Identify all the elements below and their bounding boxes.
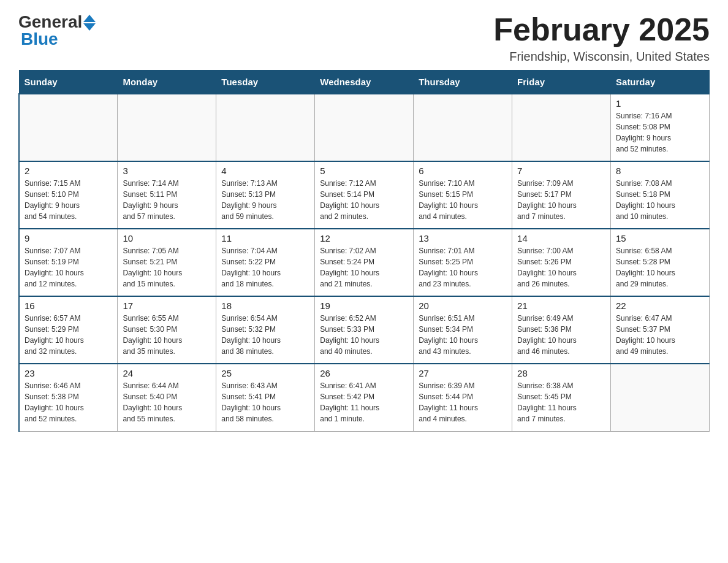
weekday-header-wednesday: Wednesday bbox=[315, 71, 414, 94]
weekday-header-monday: Monday bbox=[118, 71, 216, 94]
day-info: Sunrise: 7:00 AMSunset: 5:26 PMDaylight:… bbox=[517, 245, 605, 289]
day-info: Sunrise: 7:05 AMSunset: 5:21 PMDaylight:… bbox=[123, 245, 211, 289]
calendar-cell bbox=[611, 364, 710, 431]
day-info: Sunrise: 7:12 AMSunset: 5:14 PMDaylight:… bbox=[320, 178, 408, 222]
day-number: 24 bbox=[123, 368, 211, 378]
calendar-cell: 23Sunrise: 6:46 AMSunset: 5:38 PMDayligh… bbox=[19, 364, 118, 431]
day-number: 6 bbox=[419, 166, 507, 176]
day-info: Sunrise: 7:10 AMSunset: 5:15 PMDaylight:… bbox=[419, 178, 507, 222]
calendar-cell: 11Sunrise: 7:04 AMSunset: 5:22 PMDayligh… bbox=[216, 229, 315, 296]
day-info: Sunrise: 6:54 AMSunset: 5:32 PMDaylight:… bbox=[221, 313, 309, 357]
calendar-cell: 7Sunrise: 7:09 AMSunset: 5:17 PMDaylight… bbox=[512, 161, 611, 229]
calendar-cell: 18Sunrise: 6:54 AMSunset: 5:32 PMDayligh… bbox=[216, 296, 315, 364]
logo: General Blue bbox=[18, 12, 96, 49]
calendar-cell: 26Sunrise: 6:41 AMSunset: 5:42 PMDayligh… bbox=[315, 364, 414, 431]
month-title: February 2025 bbox=[493, 12, 710, 47]
calendar-cell: 24Sunrise: 6:44 AMSunset: 5:40 PMDayligh… bbox=[118, 364, 216, 431]
day-number: 12 bbox=[320, 233, 408, 243]
day-number: 17 bbox=[123, 301, 211, 311]
day-info: Sunrise: 6:49 AMSunset: 5:36 PMDaylight:… bbox=[517, 313, 605, 357]
calendar-cell: 25Sunrise: 6:43 AMSunset: 5:41 PMDayligh… bbox=[216, 364, 315, 431]
day-number: 27 bbox=[419, 368, 507, 378]
day-number: 14 bbox=[517, 233, 605, 243]
weekday-header-thursday: Thursday bbox=[414, 71, 512, 94]
location-title: Friendship, Wisconsin, United States bbox=[493, 50, 710, 64]
calendar-cell: 3Sunrise: 7:14 AMSunset: 5:11 PMDaylight… bbox=[118, 161, 216, 229]
day-info: Sunrise: 7:16 AMSunset: 5:08 PMDaylight:… bbox=[616, 110, 704, 155]
day-info: Sunrise: 7:14 AMSunset: 5:11 PMDaylight:… bbox=[123, 178, 211, 222]
day-number: 1 bbox=[616, 98, 704, 109]
day-info: Sunrise: 7:15 AMSunset: 5:10 PMDaylight:… bbox=[25, 178, 112, 222]
day-number: 8 bbox=[616, 166, 704, 176]
calendar-cell: 5Sunrise: 7:12 AMSunset: 5:14 PMDaylight… bbox=[315, 161, 414, 229]
day-number: 28 bbox=[517, 368, 605, 378]
calendar-cell: 19Sunrise: 6:52 AMSunset: 5:33 PMDayligh… bbox=[315, 296, 414, 364]
day-number: 16 bbox=[25, 301, 112, 311]
day-number: 9 bbox=[25, 233, 112, 243]
calendar-cell: 14Sunrise: 7:00 AMSunset: 5:26 PMDayligh… bbox=[512, 229, 611, 296]
calendar-week-4: 16Sunrise: 6:57 AMSunset: 5:29 PMDayligh… bbox=[19, 296, 710, 364]
day-info: Sunrise: 7:01 AMSunset: 5:25 PMDaylight:… bbox=[419, 245, 507, 289]
page-header: General Blue February 2025 Friendship, W… bbox=[18, 12, 710, 64]
day-info: Sunrise: 7:02 AMSunset: 5:24 PMDaylight:… bbox=[320, 245, 408, 289]
day-number: 3 bbox=[123, 166, 211, 176]
calendar-cell: 17Sunrise: 6:55 AMSunset: 5:30 PMDayligh… bbox=[118, 296, 216, 364]
day-info: Sunrise: 6:47 AMSunset: 5:37 PMDaylight:… bbox=[616, 313, 704, 357]
calendar-cell: 27Sunrise: 6:39 AMSunset: 5:44 PMDayligh… bbox=[414, 364, 512, 431]
calendar-cell bbox=[512, 94, 611, 161]
day-number: 25 bbox=[221, 368, 309, 378]
day-number: 15 bbox=[616, 233, 704, 243]
day-info: Sunrise: 6:43 AMSunset: 5:41 PMDaylight:… bbox=[221, 380, 309, 424]
calendar-week-3: 9Sunrise: 7:07 AMSunset: 5:19 PMDaylight… bbox=[19, 229, 710, 296]
calendar-cell: 21Sunrise: 6:49 AMSunset: 5:36 PMDayligh… bbox=[512, 296, 611, 364]
day-number: 5 bbox=[320, 166, 408, 176]
calendar-cell bbox=[19, 94, 118, 161]
day-number: 10 bbox=[123, 233, 211, 243]
day-number: 4 bbox=[221, 166, 309, 176]
day-info: Sunrise: 6:58 AMSunset: 5:28 PMDaylight:… bbox=[616, 245, 704, 289]
day-number: 13 bbox=[419, 233, 507, 243]
calendar-cell: 9Sunrise: 7:07 AMSunset: 5:19 PMDaylight… bbox=[19, 229, 118, 296]
day-info: Sunrise: 6:51 AMSunset: 5:34 PMDaylight:… bbox=[419, 313, 507, 357]
calendar-week-2: 2Sunrise: 7:15 AMSunset: 5:10 PMDaylight… bbox=[19, 161, 710, 229]
day-info: Sunrise: 6:55 AMSunset: 5:30 PMDaylight:… bbox=[123, 313, 211, 357]
calendar-cell: 12Sunrise: 7:02 AMSunset: 5:24 PMDayligh… bbox=[315, 229, 414, 296]
day-info: Sunrise: 6:38 AMSunset: 5:45 PMDaylight:… bbox=[517, 380, 605, 424]
day-info: Sunrise: 7:13 AMSunset: 5:13 PMDaylight:… bbox=[221, 178, 309, 222]
day-number: 7 bbox=[517, 166, 605, 176]
calendar-week-5: 23Sunrise: 6:46 AMSunset: 5:38 PMDayligh… bbox=[19, 364, 710, 431]
calendar-cell: 4Sunrise: 7:13 AMSunset: 5:13 PMDaylight… bbox=[216, 161, 315, 229]
calendar-cell: 10Sunrise: 7:05 AMSunset: 5:21 PMDayligh… bbox=[118, 229, 216, 296]
day-number: 21 bbox=[517, 301, 605, 311]
calendar-table: SundayMondayTuesdayWednesdayThursdayFrid… bbox=[18, 70, 710, 432]
day-number: 2 bbox=[25, 166, 112, 176]
day-number: 23 bbox=[25, 368, 112, 378]
day-info: Sunrise: 6:46 AMSunset: 5:38 PMDaylight:… bbox=[25, 380, 112, 424]
calendar-cell: 2Sunrise: 7:15 AMSunset: 5:10 PMDaylight… bbox=[19, 161, 118, 229]
weekday-header-row: SundayMondayTuesdayWednesdayThursdayFrid… bbox=[19, 71, 710, 94]
logo-blue: Blue bbox=[21, 29, 58, 49]
day-info: Sunrise: 6:44 AMSunset: 5:40 PMDaylight:… bbox=[123, 380, 211, 424]
day-number: 19 bbox=[320, 301, 408, 311]
day-info: Sunrise: 6:52 AMSunset: 5:33 PMDaylight:… bbox=[320, 313, 408, 357]
calendar-cell: 20Sunrise: 6:51 AMSunset: 5:34 PMDayligh… bbox=[414, 296, 512, 364]
calendar-cell bbox=[118, 94, 216, 161]
calendar-cell: 16Sunrise: 6:57 AMSunset: 5:29 PMDayligh… bbox=[19, 296, 118, 364]
day-number: 18 bbox=[221, 301, 309, 311]
calendar-cell: 13Sunrise: 7:01 AMSunset: 5:25 PMDayligh… bbox=[414, 229, 512, 296]
weekday-header-saturday: Saturday bbox=[611, 71, 710, 94]
calendar-cell bbox=[414, 94, 512, 161]
title-section: February 2025 Friendship, Wisconsin, Uni… bbox=[493, 12, 710, 64]
day-info: Sunrise: 7:08 AMSunset: 5:18 PMDaylight:… bbox=[616, 178, 704, 222]
calendar-cell: 15Sunrise: 6:58 AMSunset: 5:28 PMDayligh… bbox=[611, 229, 710, 296]
calendar-cell bbox=[216, 94, 315, 161]
calendar-week-1: 1Sunrise: 7:16 AMSunset: 5:08 PMDaylight… bbox=[19, 94, 710, 161]
day-info: Sunrise: 7:07 AMSunset: 5:19 PMDaylight:… bbox=[25, 245, 112, 289]
calendar-header: SundayMondayTuesdayWednesdayThursdayFrid… bbox=[19, 71, 710, 94]
weekday-header-tuesday: Tuesday bbox=[216, 71, 315, 94]
calendar-cell: 22Sunrise: 6:47 AMSunset: 5:37 PMDayligh… bbox=[611, 296, 710, 364]
calendar-body: 1Sunrise: 7:16 AMSunset: 5:08 PMDaylight… bbox=[19, 94, 710, 431]
calendar-cell: 8Sunrise: 7:08 AMSunset: 5:18 PMDaylight… bbox=[611, 161, 710, 229]
calendar-cell: 1Sunrise: 7:16 AMSunset: 5:08 PMDaylight… bbox=[611, 94, 710, 161]
calendar-cell: 28Sunrise: 6:38 AMSunset: 5:45 PMDayligh… bbox=[512, 364, 611, 431]
